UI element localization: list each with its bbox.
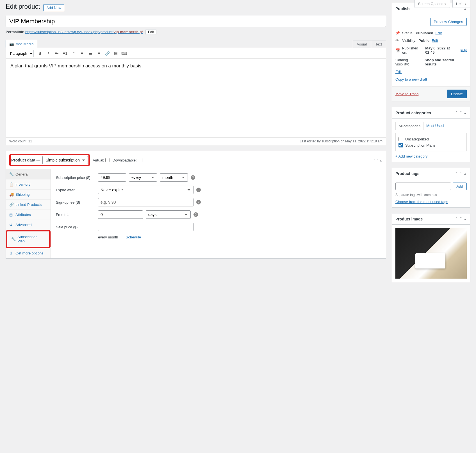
- bullet-list-icon[interactable]: ≡•: [53, 49, 61, 57]
- update-button[interactable]: Update: [447, 90, 467, 98]
- permalink-edit-button[interactable]: Edit: [145, 29, 156, 35]
- tab-linked-products[interactable]: 🔗Linked Products: [6, 200, 51, 210]
- sale-price-label: Sale price ($): [56, 225, 95, 229]
- help-button[interactable]: Help: [452, 0, 470, 8]
- subscription-price-input[interactable]: [98, 173, 126, 182]
- tab-most-used[interactable]: Most Used: [423, 122, 447, 130]
- add-tag-button[interactable]: Add: [453, 183, 467, 190]
- eye-icon: 👁: [395, 38, 400, 43]
- tab-get-more-options[interactable]: 🎚Get more options: [6, 248, 51, 258]
- tab-all-categories[interactable]: All categories: [395, 122, 423, 130]
- sale-price-input[interactable]: [98, 223, 193, 231]
- tab-shipping[interactable]: 🚚Shipping: [6, 190, 51, 200]
- signup-fee-input[interactable]: [98, 198, 193, 206]
- visibility-label: Visibility:: [402, 38, 416, 43]
- quote-icon[interactable]: ❝: [70, 49, 78, 57]
- chevron-up-icon[interactable]: ˄: [455, 216, 458, 222]
- choose-tags-link[interactable]: Choose from the most used tags: [395, 200, 448, 204]
- category-item[interactable]: Uncategorized: [398, 136, 464, 142]
- category-checkbox-subscription-plans[interactable]: [398, 143, 403, 147]
- chevron-down-icon[interactable]: ˅: [459, 216, 463, 222]
- align-center-icon[interactable]: ☰: [86, 49, 94, 57]
- tab-advanced[interactable]: ⚙Advanced: [6, 220, 51, 230]
- sliders-icon: 🎚: [9, 251, 13, 255]
- tab-general[interactable]: 🔧General: [6, 169, 51, 179]
- description-editor[interactable]: A plan that grants VIP membership access…: [6, 59, 386, 137]
- price-unit-select[interactable]: month: [160, 173, 188, 182]
- list-icon: ▤: [9, 213, 13, 217]
- category-item[interactable]: Subscription Plans: [398, 142, 464, 148]
- tab-attributes[interactable]: ▤Attributes: [6, 210, 51, 220]
- copy-draft-link[interactable]: Copy to a new draft: [395, 77, 427, 81]
- add-media-button[interactable]: 📷 Add Media: [6, 40, 37, 48]
- screen-options-button[interactable]: Screen Options: [414, 0, 450, 8]
- tab-text[interactable]: Text: [371, 40, 386, 48]
- chevron-up-icon[interactable]: ˄: [455, 171, 458, 176]
- catalog-value: Shop and search results: [425, 58, 467, 66]
- triangle-up-icon[interactable]: ▴: [464, 171, 467, 176]
- product-image-thumbnail[interactable]: [395, 228, 467, 279]
- help-icon[interactable]: ?: [196, 188, 201, 192]
- help-icon[interactable]: ?: [196, 200, 201, 204]
- categories-title: Product categories: [395, 111, 455, 115]
- toolbar-toggle-icon[interactable]: ⌨: [120, 49, 128, 57]
- add-new-button[interactable]: Add New: [43, 4, 64, 11]
- clipboard-icon: 📋: [9, 182, 13, 186]
- truck-icon: 🚚: [9, 192, 13, 197]
- downloadable-checkbox[interactable]: [138, 158, 142, 162]
- free-trial-unit-select[interactable]: days: [146, 210, 191, 219]
- chevron-down-icon[interactable]: ˅: [459, 171, 463, 176]
- align-left-icon[interactable]: ≡: [78, 49, 86, 57]
- catalog-label: Catalog visibility:: [395, 58, 422, 66]
- subscription-price-label: Subscription price ($): [56, 176, 95, 180]
- category-checkbox-uncategorized[interactable]: [398, 137, 403, 141]
- status-label: Status:: [402, 31, 413, 35]
- tab-inventory[interactable]: 📋Inventory: [6, 179, 51, 190]
- preview-changes-button[interactable]: Preview Changes: [430, 18, 467, 26]
- chevron-up-icon[interactable]: ˄: [373, 158, 376, 163]
- readmore-icon[interactable]: ▤: [112, 49, 120, 57]
- chevron-down-icon[interactable]: ˅: [459, 110, 463, 115]
- virtual-checkbox-label: Virtual:: [93, 158, 110, 162]
- numbered-list-icon[interactable]: ≡1: [61, 49, 69, 57]
- chevron-up-icon[interactable]: ˄: [455, 110, 458, 115]
- permalink-url[interactable]: https://subscription.us3.instawp.xyz/ind…: [25, 30, 143, 34]
- virtual-checkbox[interactable]: [105, 158, 110, 162]
- expire-select[interactable]: Never expire: [98, 186, 193, 194]
- page-title: Edit product: [6, 3, 40, 10]
- add-new-category-link[interactable]: + Add new category: [395, 154, 428, 158]
- free-trial-label: Free trial: [56, 213, 95, 217]
- help-icon[interactable]: ?: [191, 175, 195, 180]
- published-value: May 6, 2022 at 02:45: [425, 46, 458, 54]
- product-title-input[interactable]: [6, 16, 386, 27]
- triangle-up-icon[interactable]: ▴: [464, 216, 467, 222]
- triangle-up-icon[interactable]: ▴: [464, 110, 467, 115]
- triangle-up-icon[interactable]: ▴: [379, 158, 382, 163]
- price-every-select[interactable]: every: [129, 173, 157, 182]
- bold-icon[interactable]: B: [36, 49, 44, 57]
- status-edit-link[interactable]: Edit: [436, 31, 442, 35]
- tab-subscription-plan[interactable]: 🔧Subscription Plan: [8, 232, 49, 246]
- free-trial-input[interactable]: [98, 210, 143, 219]
- last-edited: Last edited by subscription on May 11, 2…: [300, 139, 382, 143]
- link-icon[interactable]: 🔗: [103, 49, 111, 57]
- signup-fee-label: Sign-up fee ($): [56, 200, 95, 204]
- product-type-select[interactable]: Simple subscription: [42, 156, 88, 164]
- help-icon[interactable]: ?: [193, 212, 198, 217]
- pin-icon: 📌: [395, 31, 400, 35]
- published-edit-link[interactable]: Edit: [461, 48, 467, 53]
- visibility-edit-link[interactable]: Edit: [432, 38, 438, 43]
- align-right-icon[interactable]: ≡: [95, 49, 103, 57]
- catalog-edit-link[interactable]: Edit: [395, 70, 402, 74]
- tag-hint: Separate tags with commas: [395, 193, 467, 197]
- italic-icon[interactable]: I: [44, 49, 52, 57]
- tab-visual[interactable]: Visual: [353, 40, 371, 48]
- move-to-trash-link[interactable]: Move to Trash: [395, 92, 418, 96]
- tag-input[interactable]: [395, 183, 451, 190]
- schedule-link[interactable]: Schedule: [126, 235, 141, 239]
- paragraph-select[interactable]: Paragraph: [7, 50, 34, 57]
- product-image-title: Product image: [395, 217, 455, 221]
- camera-music-icon: 📷: [9, 42, 14, 46]
- chevron-down-icon[interactable]: ˅: [376, 158, 379, 163]
- published-label: Published on:: [402, 46, 423, 54]
